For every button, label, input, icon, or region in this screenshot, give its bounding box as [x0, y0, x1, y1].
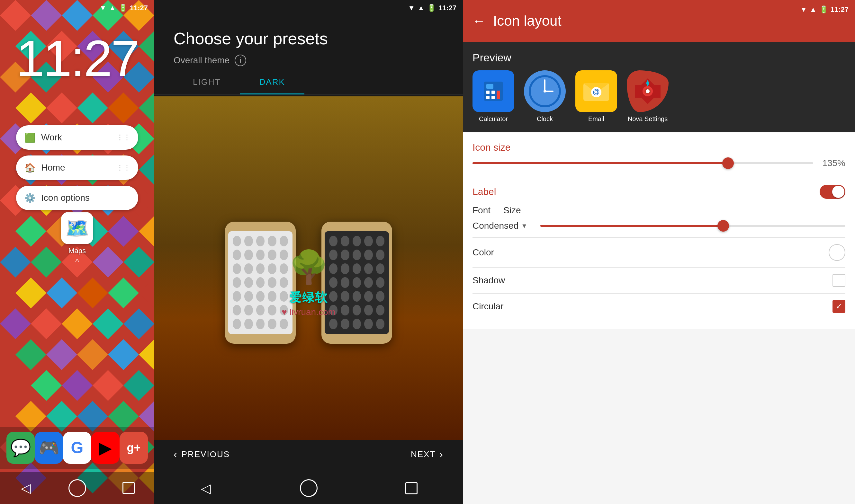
svg-rect-83	[486, 91, 490, 94]
work-label: Work	[41, 132, 111, 143]
shadow-checkbox[interactable]	[833, 274, 845, 287]
presets-header: Choose your presets Overall theme i	[154, 16, 463, 73]
dot	[233, 291, 241, 302]
phone-mockup-light	[225, 222, 296, 344]
presets-subtitle: Overall theme i	[174, 55, 443, 66]
font-size-thumb[interactable]	[717, 220, 729, 232]
maps-icon-img: 🗺️	[61, 212, 93, 244]
tab-light[interactable]: LIGHT	[174, 71, 240, 94]
dot	[364, 319, 372, 329]
status-bar-icon-layout: ▼ ▲ 🔋 11:27	[800, 0, 849, 19]
dot	[341, 277, 349, 288]
circular-checkbox[interactable]: ✓	[833, 300, 845, 313]
battery-icon: 🔋	[119, 4, 127, 12]
dot	[256, 291, 264, 302]
icon-layout-back-button[interactable]: ←	[472, 14, 485, 28]
icon-size-track[interactable]	[472, 162, 813, 164]
phone-screen-light	[228, 231, 293, 334]
dot	[364, 236, 372, 246]
color-row: Color	[472, 237, 845, 267]
svg-rect-88	[496, 91, 500, 99]
presets-back-button[interactable]: ◁	[196, 479, 215, 498]
dot	[256, 250, 264, 260]
theme-tabs: LIGHT DARK	[154, 71, 463, 94]
font-size-header-row: Font Size	[472, 205, 845, 216]
presets-battery-icon: 🔋	[427, 4, 436, 12]
nav-home-button[interactable]	[68, 478, 87, 498]
dot	[244, 236, 252, 246]
dot	[280, 291, 288, 302]
nova-settings-label: Nova Settings	[628, 115, 668, 123]
dot	[376, 319, 384, 329]
prev-arrow-icon: ‹	[174, 448, 178, 460]
dot	[341, 236, 349, 246]
size-label: Size	[503, 205, 521, 216]
icon-options-icon: ⚙️	[24, 192, 36, 204]
dot	[341, 291, 349, 302]
dot	[364, 264, 372, 274]
home-label: Home	[41, 163, 111, 173]
dot	[341, 305, 349, 316]
icon-size-slider-row: 135%	[472, 158, 845, 168]
dot	[341, 250, 349, 260]
shadow-label: Shadow	[472, 275, 505, 286]
folder-icon-options[interactable]: ⚙️ Icon options	[16, 186, 138, 210]
preview-clock: Clock	[524, 70, 566, 123]
home-circle-icon	[68, 479, 86, 497]
phone-screen-dark	[325, 231, 389, 334]
dot	[329, 291, 337, 302]
dot	[268, 236, 276, 246]
icon-size-value: 135%	[820, 158, 845, 168]
dot	[244, 319, 252, 329]
dot	[256, 277, 264, 288]
presets-home-button[interactable]	[299, 479, 318, 498]
nav-bar-presets: ◁	[154, 472, 463, 504]
folder-home[interactable]: 🏠 Home ⋮⋮	[16, 156, 138, 180]
home-folder-icon: 🏠	[24, 162, 36, 174]
time-display: 11:27	[130, 4, 148, 12]
label-title: Label	[472, 186, 496, 197]
dot	[364, 291, 372, 302]
presets-signal-icon: ▲	[418, 4, 424, 12]
preview-email: @ Email	[575, 70, 617, 123]
next-button[interactable]: NEXT ›	[411, 448, 443, 460]
back-icon: ◁	[21, 481, 31, 495]
divider-1	[472, 178, 845, 178]
icon-size-title: Icon size	[472, 142, 845, 153]
signal-icon: ▲	[109, 4, 116, 12]
tab-dark[interactable]: DARK	[240, 71, 304, 94]
maps-icon[interactable]: 🗺️ Maps	[61, 212, 93, 255]
swipe-indicator: ^	[75, 257, 79, 267]
presets-recents-button[interactable]	[402, 479, 421, 498]
dot	[329, 277, 337, 288]
dock-hangouts[interactable]: 💬	[6, 432, 35, 464]
dock-google[interactable]: G	[63, 432, 91, 464]
clock-icon	[524, 70, 566, 112]
il-battery-icon: 🔋	[819, 5, 828, 14]
presets-nav: ‹ PREVIOUS NEXT ›	[154, 440, 463, 469]
nav-back-button[interactable]: ◁	[16, 478, 35, 498]
svg-point-93	[543, 90, 546, 92]
dot	[329, 236, 337, 246]
dock-youtube[interactable]: ▶	[91, 432, 120, 464]
dock-play[interactable]: 🎮	[35, 432, 63, 464]
dot	[329, 305, 337, 316]
dot	[353, 319, 361, 329]
label-toggle[interactable]	[820, 185, 845, 199]
panel-presets: ▼ ▲ 🔋 LIGHT 11:27 Choose your presets Ov…	[154, 0, 463, 504]
color-circle[interactable]	[828, 244, 845, 261]
dot	[376, 250, 384, 260]
nova-settings-icon	[627, 70, 668, 112]
info-icon[interactable]: i	[234, 55, 246, 66]
icon-size-thumb[interactable]	[722, 157, 734, 169]
panel-home: ▼ ▲ 🔋 11:27 11:27 🟩 Work ⋮⋮ 🏠 Home ⋮⋮ ⚙️…	[0, 0, 154, 504]
font-dropdown[interactable]: Condensed ▼	[472, 221, 527, 231]
dot	[364, 305, 372, 316]
dot	[329, 264, 337, 274]
nav-recents-button[interactable]	[119, 478, 138, 498]
home-dots: ⋮⋮	[116, 163, 130, 172]
prev-button[interactable]: ‹ PREVIOUS	[174, 448, 230, 460]
font-size-track[interactable]	[540, 225, 845, 227]
dock-gplus[interactable]: g+	[120, 432, 148, 464]
folder-work[interactable]: 🟩 Work ⋮⋮	[16, 125, 138, 150]
